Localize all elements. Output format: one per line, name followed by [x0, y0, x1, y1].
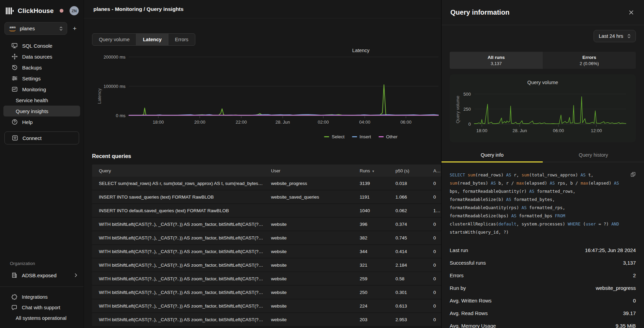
page-title: planes - Monitoring / Query insights: [93, 6, 183, 12]
table-row[interactable]: WITH bitShiftLeft(CAST(?..), _CAST(?..))…: [92, 231, 441, 245]
table-row[interactable]: WITH bitShiftLeft(CAST(?..), _CAST(?..))…: [92, 245, 441, 259]
sidebar-item-chat-with-support[interactable]: Chat with support: [0, 302, 84, 313]
svg-text:28. Jun: 28. Jun: [512, 128, 527, 133]
stat-label: Successful runs: [450, 260, 486, 266]
sql-code-block: SELECT sum(read_rows) AS r, sum(total_ro…: [450, 171, 636, 236]
legend-item-other[interactable]: Other: [378, 134, 398, 139]
stat-label: Avg. Memory Usage: [450, 323, 496, 328]
legend-swatch: [352, 136, 357, 137]
time-range-select[interactable]: Last 24 hrs: [594, 30, 636, 42]
sidebar-item-settings[interactable]: Settings: [3, 73, 80, 84]
user-avatar[interactable]: ZN: [70, 6, 79, 15]
cell-query: SELECT sum(read_rows) AS r, sum(total_ro…: [92, 181, 264, 186]
service-row: aws planes +: [0, 20, 84, 38]
main-content: planes - Monitoring / Query insights Que…: [84, 0, 441, 328]
tab-query-history[interactable]: Query history: [543, 148, 644, 162]
table-row[interactable]: INSERT INTO saved_queries (text) FORMAT …: [92, 190, 441, 204]
table-row[interactable]: WITH bitShiftLeft(CAST(?..), _CAST(?..))…: [92, 299, 441, 313]
column-header-p50-s[interactable]: p50 (s): [389, 168, 426, 173]
table-row[interactable]: INSERT INTO default.saved_queries (text)…: [92, 204, 441, 218]
mini-chart-title: Query volume: [457, 74, 628, 85]
table-row[interactable]: WITH bitShiftLeft(CAST(?..), _CAST(?..))…: [92, 259, 441, 272]
chevron-right-icon: [74, 273, 77, 277]
cell-avg: 0: [426, 181, 441, 186]
column-header-runs[interactable]: Runs▼: [353, 168, 389, 173]
column-header-query[interactable]: Query: [92, 168, 264, 173]
legend-label: Other: [386, 134, 398, 139]
cell-query: WITH bitShiftLeft(CAST(?..), _CAST(?..))…: [92, 263, 264, 268]
organization-switcher[interactable]: ADSB.exposed: [0, 269, 84, 281]
sidebar-item-label: Integrations: [22, 294, 48, 300]
stat-row-last-run: Last run16:47:25, Jun 28 2024: [450, 244, 636, 256]
segment-errors[interactable]: Errors2 (0.06%): [543, 52, 636, 69]
table-row[interactable]: WITH bitShiftLeft(CAST(?..), _CAST(?..))…: [92, 272, 441, 286]
service-selector[interactable]: aws planes: [4, 22, 67, 35]
sidebar-item-data-sources[interactable]: Data sources: [3, 51, 80, 62]
sidebar-item-all-systems-operational[interactable]: All systems operational: [0, 313, 84, 323]
puzzle-icon: [11, 294, 17, 300]
svg-text:250: 250: [463, 107, 471, 112]
tab-query-info[interactable]: Query info: [441, 148, 543, 162]
tab-errors[interactable]: Errors: [168, 34, 195, 45]
svg-text:200000 ms: 200000 ms: [104, 54, 126, 60]
chevron-updown-icon: [627, 34, 631, 38]
sidebar-item-label: Help: [22, 119, 33, 125]
sidebar-item-label: Monitoring: [22, 87, 46, 92]
close-icon[interactable]: [627, 9, 635, 16]
table-row[interactable]: SELECT sum(read_rows) AS r, sum(total_ro…: [92, 177, 441, 190]
cell-p50: 0.58: [389, 276, 426, 281]
chat-icon: [11, 304, 17, 311]
notification-dot: [60, 9, 63, 13]
sidebar-item-backups[interactable]: Backups: [3, 62, 80, 73]
cell-runs: 3139: [353, 181, 389, 186]
column-header-user[interactable]: User: [264, 168, 353, 173]
sidebar-item-label: All systems operational: [16, 315, 66, 321]
tab-latency[interactable]: Latency: [136, 34, 168, 45]
table-row[interactable]: WITH bitShiftLeft(CAST(?..), _CAST(?..))…: [92, 313, 441, 327]
cell-user: website: [264, 303, 353, 309]
cell-p50: 2.953: [389, 317, 426, 322]
cell-user: website: [264, 235, 353, 240]
sidebar-item-integrations[interactable]: Integrations: [0, 292, 84, 302]
tab-query-volume[interactable]: Query volume: [92, 34, 136, 45]
legend-item-insert[interactable]: Insert: [352, 134, 371, 139]
chevron-updown-icon: [59, 26, 63, 31]
legend-label: Insert: [359, 134, 371, 139]
sidebar-item-help[interactable]: Help: [3, 116, 80, 127]
stat-value: 9.35 MiB: [616, 323, 636, 328]
query-volume-chart-canvas: 025050018:0028. Jun06:0012:00: [457, 88, 629, 137]
table-row[interactable]: WITH bitShiftLeft(CAST(?..), _CAST(?..))…: [92, 218, 441, 231]
cell-avg: 0: [426, 303, 441, 309]
cell-runs: 382: [353, 235, 389, 240]
cell-runs: 396: [353, 222, 389, 227]
segment-all-runs[interactable]: All runs3,137: [450, 52, 543, 69]
cell-p50: 0.301: [389, 290, 426, 295]
column-header-avg[interactable]: Avg.: [426, 168, 441, 173]
cell-avg: 0: [426, 290, 441, 295]
copy-icon[interactable]: [630, 171, 636, 178]
latency-chart-canvas: 0 ms100000 ms200000 ms18:0020:0022:0028.…: [92, 46, 441, 127]
svg-text:12:00: 12:00: [591, 128, 602, 133]
chart-tabs: Query volumeLatencyErrors: [92, 33, 195, 46]
sidebar-item-query-insights[interactable]: Query insights: [3, 106, 80, 116]
stat-label: Run by: [450, 285, 466, 291]
latency-chart: Latency Latency 0 ms100000 ms200000 ms18…: [92, 46, 441, 146]
table-row[interactable]: WITH bitShiftLeft(CAST(?..), _CAST(?..))…: [92, 286, 441, 299]
sidebar-item-monitoring[interactable]: Monitoring: [3, 84, 80, 95]
cell-runs: 259: [353, 276, 389, 281]
connect-icon: [12, 135, 18, 141]
brand-name: ClickHouse: [18, 7, 54, 15]
cell-query: WITH bitShiftLeft(CAST(?..), _CAST(?..))…: [92, 290, 264, 295]
monitoring-icon: [11, 86, 18, 92]
add-service-button[interactable]: +: [71, 25, 79, 33]
connect-button[interactable]: Connect: [4, 131, 79, 144]
cell-runs: 1040: [353, 208, 389, 213]
sidebar-item-sql-console[interactable]: SQL Console: [3, 40, 80, 51]
sidebar-item-service-health[interactable]: Service health: [3, 95, 80, 106]
sidebar-item-label: Service health: [16, 97, 48, 103]
legend-item-select[interactable]: Select: [324, 134, 345, 139]
stat-row-avg-written-rows: Avg. Written Rows0: [450, 294, 636, 307]
sidebar-nav: SQL ConsoleData sourcesBackupsSettingsMo…: [0, 38, 84, 127]
cell-runs: 203: [353, 317, 389, 322]
sidebar-item-label: Query insights: [16, 108, 48, 114]
